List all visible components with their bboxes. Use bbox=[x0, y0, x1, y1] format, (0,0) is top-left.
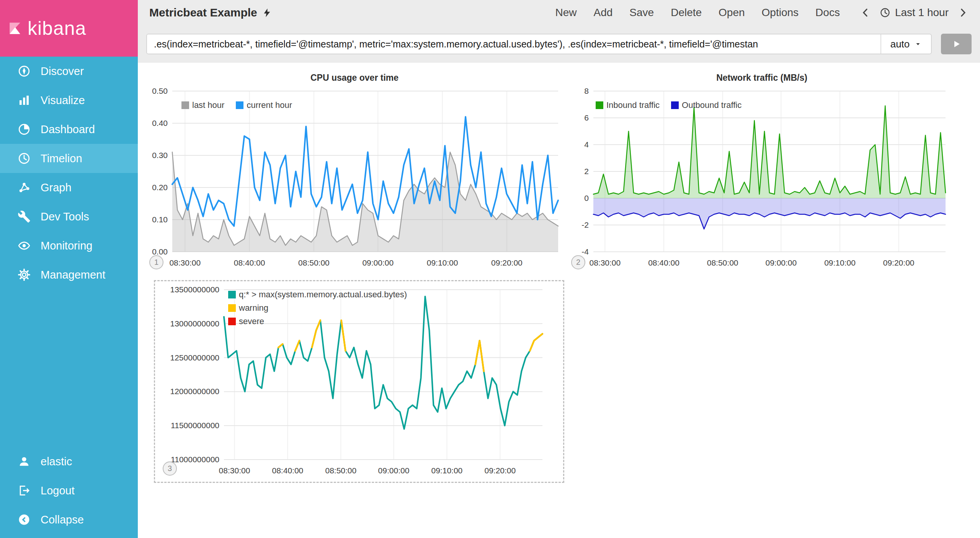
svg-text:8: 8 bbox=[584, 86, 589, 95]
svg-text:09:10:00: 09:10:00 bbox=[427, 258, 458, 267]
topnav-save[interactable]: Save bbox=[629, 7, 654, 19]
legend-item: warning bbox=[228, 303, 268, 313]
sidebar-item-label: Logout bbox=[41, 484, 75, 497]
topnav-docs[interactable]: Docs bbox=[815, 7, 840, 19]
svg-text:09:00:00: 09:00:00 bbox=[378, 466, 410, 475]
chart-legend: q:* > max(system.memory.actual.used.byte… bbox=[228, 290, 407, 326]
sidebar-item-logout[interactable]: Logout bbox=[0, 476, 138, 505]
svg-text:08:50:00: 08:50:00 bbox=[325, 466, 356, 475]
chart-body-2: -4-20246808:30:0008:40:0008:50:0009:00:0… bbox=[570, 85, 953, 271]
query-box: auto bbox=[146, 34, 932, 54]
svg-text:-2: -2 bbox=[581, 220, 589, 229]
timelion-icon bbox=[18, 152, 31, 165]
svg-text:08:30:00: 08:30:00 bbox=[169, 258, 201, 267]
sidebar-item-collapse[interactable]: Collapse bbox=[0, 505, 138, 534]
svg-text:12000000000: 12000000000 bbox=[170, 387, 219, 396]
svg-text:13000000000: 13000000000 bbox=[170, 319, 219, 328]
legend-label: Outbound traffic bbox=[682, 100, 742, 110]
sidebar-item-management[interactable]: Management bbox=[0, 260, 138, 289]
chart-panel-memory-selected[interactable]: 1100000000011500000000120000000001250000… bbox=[154, 280, 564, 483]
svg-text:08:50:00: 08:50:00 bbox=[298, 258, 330, 267]
legend-item: current hour bbox=[236, 100, 292, 110]
chevron-left-icon[interactable] bbox=[860, 7, 871, 18]
chart-panel-cpu[interactable]: CPU usage over time 0.000.100.200.300.40… bbox=[144, 70, 565, 271]
svg-text:09:00:00: 09:00:00 bbox=[362, 258, 394, 267]
svg-text:0.10: 0.10 bbox=[152, 215, 168, 224]
topnav-options[interactable]: Options bbox=[762, 7, 799, 19]
caret-down-icon bbox=[914, 40, 922, 48]
chevron-right-icon[interactable] bbox=[957, 7, 969, 18]
wrench-icon bbox=[18, 210, 31, 223]
chart-title-cpu: CPU usage over time bbox=[144, 70, 565, 85]
kibana-logo[interactable]: kibana bbox=[0, 0, 138, 57]
interval-select[interactable]: auto bbox=[880, 34, 931, 54]
graph-icon bbox=[18, 181, 31, 194]
chart-svg-2: -4-20246808:30:0008:40:0008:50:0009:00:0… bbox=[570, 85, 953, 271]
legend-swatch bbox=[228, 318, 236, 325]
svg-text:09:10:00: 09:10:00 bbox=[431, 466, 463, 475]
time-picker[interactable]: Last 1 hour bbox=[880, 7, 949, 19]
sidebar-item-label: Management bbox=[41, 269, 105, 281]
clock-icon bbox=[880, 7, 890, 18]
sidebar-item-label: Visualize bbox=[41, 94, 85, 107]
play-button[interactable] bbox=[941, 34, 972, 54]
sidebar-item-dashboard[interactable]: Dashboard bbox=[0, 115, 138, 144]
svg-text:09:20:00: 09:20:00 bbox=[484, 466, 516, 475]
chart-order-badge: 3 bbox=[163, 461, 177, 476]
chart-legend: Inbound trafficOutbound traffic bbox=[596, 100, 742, 110]
topbar-nav: NewAddSaveDeleteOpenOptionsDocs bbox=[555, 7, 840, 19]
sidebar-item-label: Graph bbox=[41, 181, 72, 194]
sidebar-item-visualize[interactable]: Visualize bbox=[0, 86, 138, 115]
dashboard-icon bbox=[18, 123, 31, 136]
legend-item: Inbound traffic bbox=[596, 100, 660, 110]
sidebar-item-elastic[interactable]: elastic bbox=[0, 447, 138, 476]
svg-text:09:00:00: 09:00:00 bbox=[765, 258, 797, 267]
chart-title-network: Network traffic (MB/s) bbox=[570, 70, 953, 85]
user-icon bbox=[18, 455, 31, 468]
page-title: Metricbeat Example bbox=[149, 6, 272, 19]
legend-label: warning bbox=[239, 303, 268, 313]
chart-panel-network[interactable]: Network traffic (MB/s) -4-20246808:30:00… bbox=[570, 70, 953, 271]
svg-text:2: 2 bbox=[584, 167, 589, 176]
legend-swatch bbox=[228, 304, 236, 312]
legend-label: severe bbox=[239, 316, 264, 326]
sidebar-item-monitoring[interactable]: Monitoring bbox=[0, 231, 138, 260]
sidebar-item-timelion[interactable]: Timelion bbox=[0, 144, 138, 173]
sidebar-item-dev-tools[interactable]: Dev Tools bbox=[0, 202, 138, 231]
lightning-icon bbox=[262, 8, 272, 18]
svg-text:0.40: 0.40 bbox=[152, 119, 168, 127]
sidebar-nav: DiscoverVisualizeDashboardTimelionGraphD… bbox=[0, 57, 138, 289]
svg-text:13500000000: 13500000000 bbox=[170, 285, 219, 294]
time-controls: Last 1 hour bbox=[860, 7, 969, 19]
gear-icon bbox=[18, 268, 31, 281]
legend-item: q:* > max(system.memory.actual.used.byte… bbox=[228, 290, 407, 300]
topnav-new[interactable]: New bbox=[555, 7, 577, 19]
svg-text:4: 4 bbox=[584, 140, 589, 149]
sidebar-item-graph[interactable]: Graph bbox=[0, 173, 138, 202]
svg-text:0.30: 0.30 bbox=[152, 151, 168, 160]
logout-icon bbox=[18, 484, 31, 497]
chart-order-badge: 2 bbox=[571, 255, 585, 269]
sidebar-item-discover[interactable]: Discover bbox=[0, 57, 138, 86]
topnav-delete[interactable]: Delete bbox=[671, 7, 702, 19]
sidebar-item-label: elastic bbox=[41, 455, 72, 468]
chart-body-1: 0.000.100.200.300.400.5008:30:0008:40:00… bbox=[144, 85, 565, 271]
bar-chart-icon bbox=[18, 94, 31, 107]
topnav-add[interactable]: Add bbox=[594, 7, 613, 19]
svg-text:0.00: 0.00 bbox=[152, 247, 168, 256]
sidebar-item-label: Timelion bbox=[41, 152, 82, 165]
svg-text:09:10:00: 09:10:00 bbox=[824, 258, 856, 267]
svg-text:0.50: 0.50 bbox=[152, 86, 168, 95]
svg-text:08:30:00: 08:30:00 bbox=[219, 466, 250, 475]
legend-item: Outbound traffic bbox=[671, 100, 742, 110]
svg-text:11000000000: 11000000000 bbox=[171, 455, 219, 464]
charts-row: CPU usage over time 0.000.100.200.300.40… bbox=[144, 70, 980, 271]
topnav-open[interactable]: Open bbox=[719, 7, 745, 19]
legend-swatch bbox=[671, 101, 679, 109]
chart-body-3: 1100000000011500000000120000000001250000… bbox=[158, 284, 560, 479]
svg-text:09:20:00: 09:20:00 bbox=[491, 258, 523, 267]
timelion-query-input[interactable] bbox=[147, 34, 880, 54]
svg-text:08:40:00: 08:40:00 bbox=[234, 258, 265, 267]
page-title-text: Metricbeat Example bbox=[149, 6, 257, 19]
sidebar-item-label: Dev Tools bbox=[41, 210, 89, 223]
